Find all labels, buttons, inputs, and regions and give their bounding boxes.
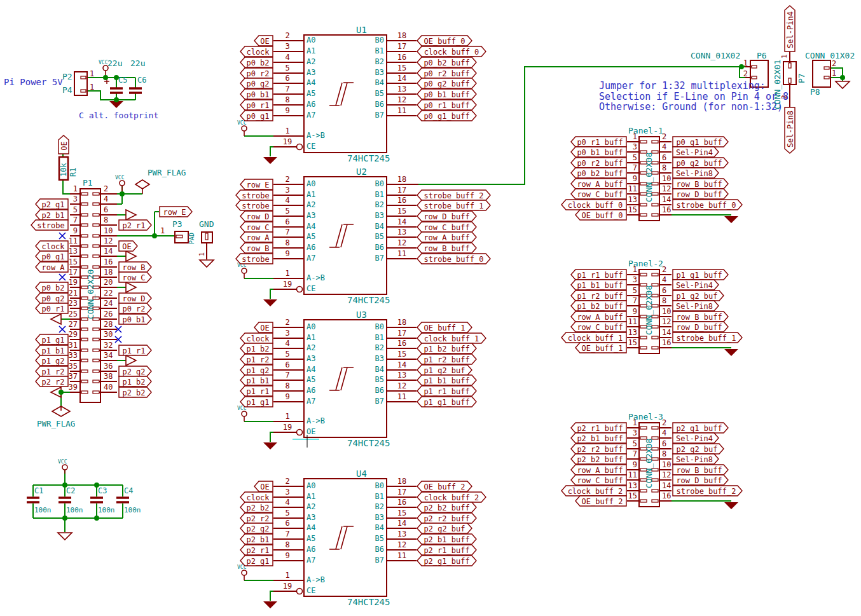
global-label-OE_buff_2[interactable]: OE_buff_2 (417, 481, 472, 492)
global-label-row_D_buff[interactable]: row_D_buff (672, 321, 729, 332)
global-label-strobe_buff_0[interactable]: strobe_buff_0 (417, 253, 491, 264)
conn-title-p8[interactable]: CONN_01X02 (805, 51, 855, 60)
global-label-row_C[interactable]: row_C (118, 271, 152, 283)
global-label-p2_b2[interactable]: p2_b2 (240, 502, 273, 513)
global-label-strobe_buff_1[interactable]: strobe_buff_1 (672, 332, 743, 343)
ref-c5[interactable]: C5 (118, 76, 127, 85)
global-label-p0_r1_buff[interactable]: p0_r1_buff (417, 99, 477, 111)
global-label-p0_r1[interactable]: p0_r1 (240, 99, 273, 111)
note-pi-power[interactable]: Pi Power 5V (4, 78, 63, 87)
global-label-p1_g1[interactable]: p1_g1 (240, 396, 273, 407)
pwr-flag-label[interactable]: PWR_FLAG (37, 420, 75, 428)
global-label-OE_buff_1[interactable]: OE_buff_1 (417, 322, 472, 333)
chip-ref[interactable]: U3 (356, 310, 367, 320)
ref-cap[interactable]: C3 (98, 487, 107, 495)
global-label-p2_r1_buff[interactable]: p2_r1_buff (417, 544, 477, 556)
ref-gnd-pad[interactable]: GND (199, 220, 214, 229)
conn-value-p7[interactable]: CONN_02X01 (773, 60, 782, 109)
global-label-p1_b1[interactable]: p1_b1 (240, 374, 273, 386)
global-label-p2_b2_buff[interactable]: p2_b2_buff (570, 453, 627, 465)
global-label-p1_b2_buff[interactable]: p1_b2_buff (570, 300, 627, 311)
conn-title-p6[interactable]: CONN_01X02 (691, 51, 740, 60)
global-label-p0_g2[interactable]: p0_g2 (240, 78, 273, 89)
global-label-strobe_buff_0[interactable]: strobe_buff_0 (672, 199, 743, 210)
global-label-p1_r2_buff[interactable]: p1_r2_buff (417, 353, 477, 365)
global-label-p2_b1_buff[interactable]: p2_b1_buff (570, 432, 627, 444)
global-label-strobe[interactable]: strobe (235, 200, 273, 211)
global-label-sel-pin8[interactable]: Sel-Pin8 (784, 107, 796, 154)
panel-value[interactable]: CONN_02X08 (645, 153, 654, 202)
global-label-clock[interactable]: clock (240, 46, 273, 57)
global-label-row_D[interactable]: row_D (240, 210, 273, 222)
global-label-p0_g2_buff[interactable]: p0_g2_buff (417, 78, 477, 89)
global-label-p2_b1_buff[interactable]: p2_b1_buff (417, 533, 477, 545)
value-cap[interactable]: 100n (34, 507, 52, 514)
ref-r1[interactable]: R1 (69, 168, 78, 177)
global-label-row_C_buff[interactable]: row_C_buff (570, 321, 627, 332)
panel-value[interactable]: CONN_02X08 (645, 439, 654, 488)
chip-value[interactable]: 74HCT245 (347, 296, 390, 305)
global-label-p0_g1_buff[interactable]: p0_g1_buff (417, 110, 477, 121)
global-label-p1_r2[interactable]: p1_r2 (240, 353, 273, 365)
ref-p1[interactable]: P1 (83, 179, 93, 188)
global-label-p1_b2[interactable]: p1_b2 (118, 376, 152, 387)
global-label-p0_b2_buff[interactable]: p0_b2_buff (417, 57, 477, 68)
chip-value[interactable]: 74HCT245 (347, 439, 390, 448)
chip-ref[interactable]: U1 (356, 25, 367, 35)
global-label-p0_b2[interactable]: p0_b2 (240, 57, 273, 68)
global-label-p1_b1_buff[interactable]: p1_b1_buff (570, 279, 627, 291)
pwr-flag-label[interactable]: PWR_FLAG (148, 168, 186, 177)
global-label-oe-pullup[interactable]: OE (58, 135, 69, 154)
global-label-p1_b2_buff[interactable]: p1_b2_buff (417, 343, 477, 354)
global-label-p1_r1[interactable]: p1_r1 (240, 385, 273, 397)
global-label-row_C_buff[interactable]: row_C_buff (570, 474, 627, 486)
global-label-p2_g1[interactable]: p2_g1 (240, 555, 273, 566)
note-jumper-line[interactable]: Otherwise: Ground (for non-1:32). (599, 102, 789, 113)
global-label-OE_buff_0[interactable]: OE_buff_0 (417, 35, 472, 46)
global-label-p1_r1[interactable]: p1_r1 (118, 345, 152, 356)
global-label-OE_buff_0[interactable]: OE_buff_0 (575, 209, 627, 221)
global-label-row_C_buff[interactable]: row_C_buff (570, 188, 627, 200)
global-label-row_E[interactable]: row_E (159, 206, 193, 217)
ref-p7[interactable]: P7 (797, 73, 806, 83)
global-label-p2_r1[interactable]: p2_r1 (118, 219, 152, 231)
ref-cap[interactable]: C1 (34, 487, 43, 495)
chip-ref[interactable]: U4 (356, 469, 367, 479)
chip-value[interactable]: 74HCT245 (347, 598, 390, 607)
value-c5[interactable]: 22u (107, 59, 122, 68)
value-cap[interactable]: 100n (124, 507, 141, 514)
global-label-OE[interactable]: OE (254, 322, 273, 333)
ref-cap[interactable]: C2 (66, 487, 75, 495)
global-label-row_D_buff[interactable]: row_D_buff (417, 210, 477, 222)
ref-p6[interactable]: P6 (757, 51, 767, 60)
global-label-OE[interactable]: OE (254, 35, 273, 46)
global-label-p0_r2[interactable]: p0_r2 (118, 303, 152, 314)
global-label-clock_buff_0[interactable]: clock_buff_0 (417, 46, 486, 57)
value-r1[interactable]: 10k (60, 163, 68, 177)
global-label-row_B_buff[interactable]: row_B_buff (417, 242, 477, 254)
global-label-row_B[interactable]: row_B (240, 242, 273, 254)
global-label-p1_g1_buff[interactable]: p1_g1_buff (417, 396, 477, 407)
global-label-p2_g2_buf[interactable]: p2_g2_buf (417, 523, 472, 534)
global-label-row_D_buff[interactable]: row_D_buff (672, 188, 729, 200)
value-p1[interactable]: CONN_02X20 (86, 270, 95, 319)
ref-p8[interactable]: P8 (810, 88, 820, 97)
ref-c6[interactable]: C6 (137, 76, 146, 85)
global-label-row_A_buff[interactable]: row_A_buff (417, 231, 477, 243)
value-cap[interactable]: 100n (98, 507, 115, 514)
global-label-OE_buff_2[interactable]: OE_buff_2 (575, 495, 627, 507)
global-label-p2_r1[interactable]: p2_r1 (240, 544, 273, 556)
global-label-strobe[interactable]: strobe (235, 253, 273, 264)
global-label-OE[interactable]: OE (254, 481, 273, 492)
global-label-sel-pin4[interactable]: Sel-Pin4 (784, 5, 796, 52)
chip-value[interactable]: 74HCT245 (347, 154, 390, 163)
global-label-row_D_buff[interactable]: row_D_buff (672, 474, 729, 486)
global-label-p2_b1[interactable]: p2_b1 (240, 533, 273, 545)
chip-ref[interactable]: U2 (356, 167, 367, 177)
note-jumper-line[interactable]: Selection if E-Line on Pin 4 or 8 (599, 92, 789, 102)
note-c-alt-footprint[interactable]: C alt. footprint (79, 111, 158, 120)
global-label-row_A[interactable]: row_A (240, 231, 273, 243)
value-cap[interactable]: 100n (66, 507, 83, 514)
global-label-p0_b2_buff[interactable]: p0_b2_buff (570, 167, 627, 179)
global-label-p2_b2_buff[interactable]: p2_b2_buff (417, 502, 477, 513)
